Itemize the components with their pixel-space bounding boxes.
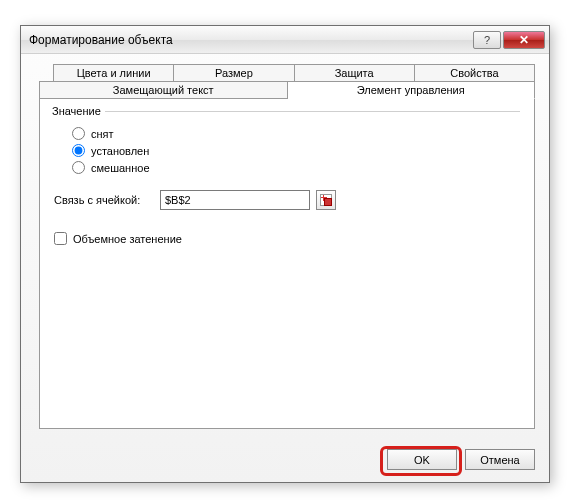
radio-mixed-label: смешанное <box>91 162 150 174</box>
range-selector-button[interactable] <box>316 190 336 210</box>
tab-protection[interactable]: Защита <box>295 64 415 82</box>
radio-set[interactable] <box>72 144 85 157</box>
help-button[interactable]: ? <box>473 31 501 49</box>
window-title: Форматирование объекта <box>29 33 473 47</box>
radio-row-set[interactable]: установлен <box>72 144 520 157</box>
tab-control[interactable]: Элемент управления <box>288 81 536 99</box>
shade3d-checkbox[interactable] <box>54 232 67 245</box>
value-group: Значение снят установлен смешанное <box>54 105 520 178</box>
dialog-content: Цвета и линии Размер Защита Свойства Зам… <box>21 54 549 482</box>
radio-set-label: установлен <box>91 145 149 157</box>
radio-row-unset[interactable]: снят <box>72 127 520 140</box>
range-selector-icon <box>320 194 332 206</box>
tab-properties[interactable]: Свойства <box>415 64 535 82</box>
radio-mixed[interactable] <box>72 161 85 174</box>
value-legend: Значение <box>52 105 105 117</box>
shade3d-label: Объемное затенение <box>73 233 182 245</box>
cell-link-row: Связь с ячейкой: <box>54 190 520 210</box>
cancel-button[interactable]: Отмена <box>465 449 535 470</box>
titlebar[interactable]: Форматирование объекта ? ✕ <box>21 26 549 54</box>
dialog-buttons: OK Отмена <box>387 449 535 470</box>
ok-button[interactable]: OK <box>387 449 457 470</box>
cell-link-label: Связь с ячейкой: <box>54 194 154 206</box>
tabs-row-2: Замещающий текст Элемент управления <box>39 81 535 99</box>
radio-unset-label: снят <box>91 128 114 140</box>
radio-row-mixed[interactable]: смешанное <box>72 161 520 174</box>
close-icon: ✕ <box>519 33 529 47</box>
radio-unset[interactable] <box>72 127 85 140</box>
format-object-dialog: Форматирование объекта ? ✕ Цвета и линии… <box>20 25 550 483</box>
tab-panel: Значение снят установлен смешанное Связь… <box>39 99 535 429</box>
tab-colors-lines[interactable]: Цвета и линии <box>53 64 174 82</box>
tabs-row-1: Цвета и линии Размер Защита Свойства <box>53 64 535 82</box>
shade3d-row[interactable]: Объемное затенение <box>54 232 520 245</box>
cell-link-input[interactable] <box>160 190 310 210</box>
tab-size[interactable]: Размер <box>174 64 294 82</box>
close-button[interactable]: ✕ <box>503 31 545 49</box>
tab-alt-text[interactable]: Замещающий текст <box>39 81 288 99</box>
